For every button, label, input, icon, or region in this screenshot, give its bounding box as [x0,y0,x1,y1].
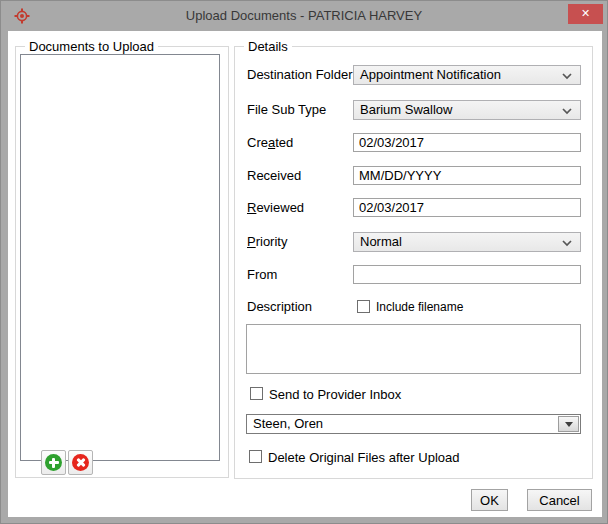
destination-folder-dropdown[interactable]: Appointment Notification [353,65,581,85]
provider-value: Steen, Oren [253,416,323,431]
cancel-button[interactable]: Cancel [527,489,592,511]
priority-dropdown[interactable]: Normal [353,232,581,252]
documents-group-title: Documents to Upload [25,39,158,54]
close-icon: ✕ [581,7,590,19]
send-to-provider-inbox-checkbox[interactable] [250,387,263,400]
provider-dropdown-button[interactable] [558,416,579,432]
description-label: Description [247,297,312,317]
from-input[interactable] [353,265,581,284]
remove-document-button[interactable] [68,450,93,475]
delete-original-files-checkbox[interactable] [249,450,262,463]
reviewed-label: Reviewed [247,198,304,218]
destination-folder-label: Destination Folder [247,65,353,85]
received-input[interactable] [353,166,581,185]
priority-value: Normal [360,234,402,249]
dialog-title: Upload Documents - PATRICIA HARVEY [1,1,607,31]
details-group-title: Details [244,39,292,54]
titlebar: Upload Documents - PATRICIA HARVEY ✕ [1,1,607,31]
destination-folder-value: Appointment Notification [360,67,501,82]
send-to-provider-inbox-label: Send to Provider Inbox [269,387,401,402]
created-label: Created [247,133,293,153]
received-label: Received [247,166,301,186]
chevron-down-icon [562,73,572,80]
dialog-body: Documents to Upload Details Destination … [8,31,602,517]
file-sub-type-dropdown[interactable]: Barium Swallow [353,100,581,120]
reviewed-input[interactable] [353,198,581,217]
include-filename-checkbox[interactable] [357,300,370,313]
description-textarea[interactable] [246,324,581,374]
close-button[interactable]: ✕ [568,4,603,24]
upload-documents-dialog: Upload Documents - PATRICIA HARVEY ✕ Doc… [0,0,608,524]
documents-list[interactable] [20,54,220,461]
delete-original-files-label: Delete Original Files after Upload [268,450,459,465]
add-document-button[interactable] [41,450,66,475]
triangle-down-icon [565,422,573,427]
ok-button[interactable]: OK [471,489,508,511]
file-sub-type-label: File Sub Type [247,100,326,120]
from-label: From [247,265,277,285]
plus-circle-icon [45,454,62,471]
file-sub-type-value: Barium Swallow [360,102,452,117]
priority-label: Priority [247,232,287,252]
created-input[interactable] [353,133,581,152]
provider-dropdown[interactable]: Steen, Oren [246,414,581,434]
include-filename-label: Include filename [376,300,463,315]
x-circle-icon [72,454,89,471]
chevron-down-icon [562,240,572,247]
chevron-down-icon [562,108,572,115]
